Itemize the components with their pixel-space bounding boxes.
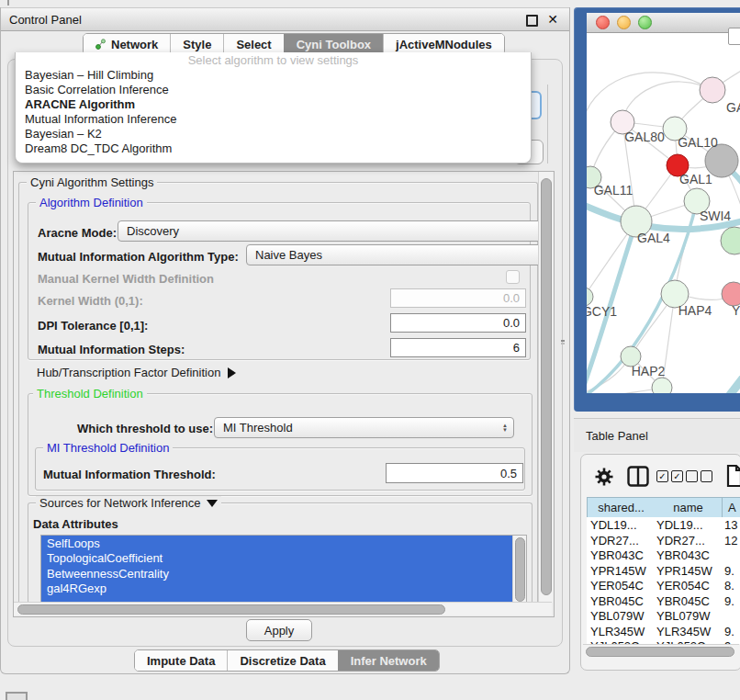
data-attributes-list[interactable]: SelfLoops TopologicalCoefficient Between… — [40, 535, 527, 604]
threshold-definition-title: Threshold Definition — [33, 387, 147, 401]
tab-select-label: Select — [236, 38, 271, 51]
node-green-right[interactable] — [721, 227, 740, 254]
settings-hscroll-thumb[interactable] — [17, 604, 445, 615]
node-label: GCY1 — [587, 304, 617, 319]
list-item[interactable]: SelfLoops — [41, 536, 512, 551]
tab-style[interactable]: Style — [170, 34, 223, 54]
manual-kernel-label: Manual Kernel Width Definition — [38, 272, 214, 286]
table-cell: YER054C — [590, 579, 653, 593]
window-title: Control Panel — [1, 13, 82, 27]
mi-steps-field[interactable]: 6 — [390, 338, 526, 357]
list-scrollbar[interactable] — [512, 536, 526, 604]
columns-icon[interactable] — [627, 466, 649, 487]
node-label: HAP4 — [678, 303, 712, 318]
canvas-scroll-fragment[interactable] — [728, 28, 740, 45]
tab-select[interactable]: Select — [223, 34, 283, 54]
manual-kernel-checkbox[interactable] — [506, 270, 520, 284]
column-header-extra[interactable]: A — [723, 497, 740, 518]
floating-panel-fragment[interactable] — [6, 692, 28, 700]
kernel-width-field[interactable]: 0.0 — [390, 288, 526, 308]
node-gcy1[interactable] — [587, 288, 593, 306]
node-label: GAL80 — [624, 130, 665, 144]
list-item[interactable]: BetweennessCentrality — [41, 566, 512, 581]
column-header-shared[interactable]: shared... — [587, 497, 656, 518]
expander-right-arrow-icon — [228, 367, 236, 378]
cyni-bottom-tabs: Impute Data Discretize Data Infer Networ… — [134, 649, 440, 672]
aracne-mode-value: Discovery — [127, 224, 179, 238]
settings-gear-icon[interactable] — [594, 467, 614, 487]
mi-type-combo[interactable]: Naive Bayes ▲▼ — [246, 244, 552, 265]
table-cell: YBR045C — [590, 594, 653, 608]
table-body[interactable]: YDL19... YDL19... 13 YDR27... YDR27... 1… — [587, 517, 740, 644]
tab-jactivemnodules[interactable]: jActiveMNodules — [383, 34, 504, 54]
mac-zoom-icon[interactable] — [638, 16, 652, 29]
table-cell: YBL079W — [590, 609, 653, 623]
table-horizontal-scrollbar[interactable] — [583, 644, 739, 658]
tab-impute-data[interactable]: Impute Data — [135, 650, 227, 671]
node-bottom[interactable] — [652, 378, 672, 393]
list-item-label: SelfLoops — [47, 536, 100, 550]
dropdown-item-selected[interactable]: ARACNE Algorithm — [16, 97, 531, 112]
tab-network-label: Network — [111, 38, 158, 51]
kernel-width-label: Kernel Width (0,1): — [38, 294, 143, 308]
node-label: GAL10 — [678, 135, 718, 150]
list-scrollbar-thumb[interactable] — [515, 537, 525, 602]
which-threshold-combo[interactable]: MI Threshold ▲▼ — [214, 417, 514, 438]
aracne-mode-combo[interactable]: Discovery ▲▼ — [118, 220, 552, 242]
kernel-width-value: 0.0 — [503, 291, 520, 305]
float-window-icon[interactable] — [526, 15, 538, 27]
table-cell: YDR27... — [590, 534, 653, 548]
dpi-tolerance-field[interactable]: 0.0 — [390, 313, 526, 333]
dropdown-item[interactable]: Bayesian – Hill Climbing — [16, 68, 531, 83]
mi-threshold-label: Mutual Information Threshold: — [43, 468, 216, 481]
close-icon[interactable]: ✕ — [547, 13, 558, 26]
deselect-all-checks-icon[interactable] — [686, 470, 712, 482]
settings-vertical-scrollbar[interactable] — [538, 172, 553, 602]
tab-style-label: Style — [183, 38, 211, 51]
node-label: HAP2 — [632, 364, 666, 378]
tab-infer-label: Infer Network — [351, 654, 427, 668]
settings-horizontal-scrollbar[interactable] — [14, 602, 552, 615]
dropdown-item[interactable]: Mutual Information Inference — [16, 112, 531, 127]
apply-button[interactable]: Apply — [246, 619, 312, 641]
node-label: GAL1 — [679, 172, 712, 186]
list-item[interactable]: gal4RGexp — [41, 581, 512, 597]
table-cell: YBR043C — [656, 548, 719, 562]
tab-cyni-toolbox[interactable]: Cyni Toolbox — [284, 34, 383, 54]
panel-splitter-handle[interactable] — [560, 340, 565, 346]
mac-minimize-icon[interactable] — [617, 16, 631, 29]
node-label: GAL4 — [637, 231, 670, 245]
mi-threshold-title: MI Threshold Definition — [43, 441, 173, 455]
tab-network[interactable]: Network — [84, 34, 170, 54]
select-all-checks-icon[interactable]: ✓✓ — [656, 470, 683, 482]
dropdown-item[interactable]: Bayesian – K2 — [16, 127, 531, 141]
table-cell: YER054C — [656, 579, 719, 593]
dropdown-item[interactable]: Basic Correlation Inference — [16, 83, 531, 97]
table-cell: YLR345W — [656, 625, 719, 638]
sources-expander[interactable]: Sources for Network Inference — [36, 496, 221, 510]
settings-vscroll-thumb[interactable] — [541, 178, 552, 595]
algorithm-dropdown-popup: Select algorithm to view settings Bayesi… — [15, 52, 532, 164]
tab-jactive-label: jActiveMNodules — [396, 38, 492, 51]
screen: Control Panel ✕ Network Style Select Cyn… — [0, 0, 740, 700]
tab-infer-network[interactable]: Infer Network — [338, 650, 439, 671]
table-cell: YPR145W — [590, 564, 653, 578]
network-window-titlebar[interactable] — [587, 13, 740, 33]
table-cell: 9. — [724, 594, 740, 608]
column-header-name[interactable]: name — [655, 497, 723, 518]
apply-button-label: Apply — [264, 624, 295, 638]
list-item[interactable]: TopologicalCoefficient — [41, 551, 512, 567]
node-gal-top[interactable] — [700, 77, 725, 103]
mi-threshold-field[interactable]: 0.5 — [386, 463, 523, 483]
node-label: GAL11 — [594, 183, 633, 198]
network-canvas[interactable]: GAL GAL80 GAL10 GAL1 GAL11 SWI4 GAL4 GCY… — [587, 33, 740, 393]
control-panel-titlebar[interactable]: Control Panel ✕ — [1, 7, 569, 31]
export-file-icon[interactable] — [726, 464, 740, 488]
tab-discretize-data[interactable]: Discretize Data — [227, 650, 337, 671]
table-hscroll-thumb[interactable] — [586, 647, 734, 657]
table-cell: YDR27... — [656, 534, 719, 548]
mac-close-icon[interactable] — [596, 16, 610, 29]
hub-definition-expander[interactable]: Hub/Transcription Factor Definition — [37, 366, 236, 379]
algorithm-definition-title: Algorithm Definition — [36, 196, 147, 209]
dropdown-item[interactable]: Dream8 DC_TDC Algorithm — [16, 141, 531, 156]
